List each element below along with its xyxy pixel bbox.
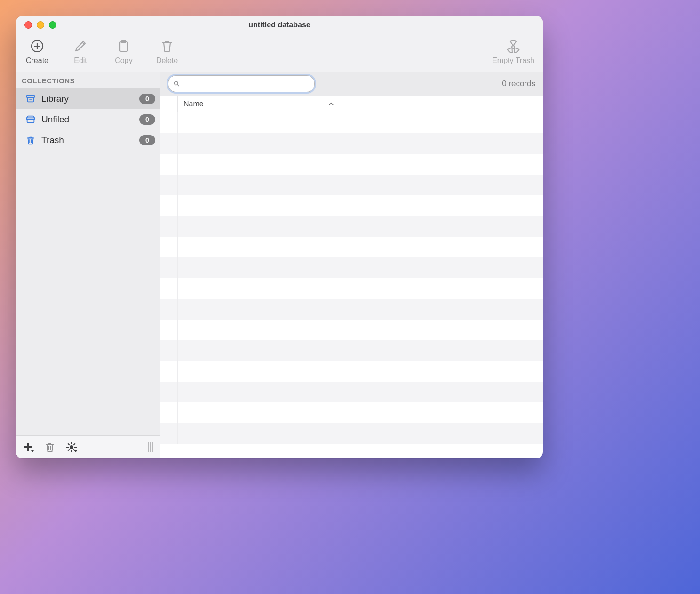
sidebar-item-library[interactable]: Library 0 — [16, 88, 160, 109]
sidebar-item-label: Unfiled — [41, 114, 134, 125]
table-row[interactable] — [160, 175, 543, 195]
edit-button-label: Edit — [74, 56, 87, 65]
table-row[interactable] — [160, 195, 543, 216]
empty-trash-button-label: Empty Trash — [492, 56, 534, 65]
sidebar-footer — [16, 435, 160, 458]
sidebar-header: COLLECTIONS — [16, 72, 160, 88]
sidebar-resize-handle[interactable] — [148, 442, 153, 452]
delete-collection-button[interactable] — [44, 441, 56, 453]
table-gutter-header — [160, 96, 178, 112]
svg-rect-23 — [66, 447, 69, 448]
search-icon — [173, 80, 180, 88]
svg-marker-29 — [74, 450, 77, 452]
sidebar-item-count: 0 — [139, 135, 155, 145]
table-row[interactable] — [160, 257, 543, 278]
table-row[interactable] — [160, 340, 543, 361]
toolbar: Create Edit Copy Delete — [16, 34, 543, 72]
svg-rect-21 — [71, 442, 72, 444]
search-field[interactable] — [168, 75, 315, 92]
svg-rect-22 — [71, 450, 72, 452]
table-body[interactable] — [160, 112, 543, 458]
pencil-icon — [73, 39, 88, 54]
app-window: untitled database Create Edit — [16, 16, 543, 458]
copy-button[interactable]: Copy — [111, 39, 136, 65]
svg-rect-15 — [24, 446, 32, 448]
edit-button[interactable]: Edit — [68, 39, 93, 65]
table-header: Name — [160, 96, 543, 112]
svg-rect-27 — [68, 443, 70, 446]
add-collection-button[interactable] — [23, 441, 34, 453]
window-controls — [24, 21, 56, 29]
table-row[interactable] — [160, 299, 543, 320]
clipboard-icon — [116, 39, 131, 54]
svg-rect-26 — [68, 449, 70, 451]
inbox-icon — [25, 114, 36, 125]
zoom-window-button[interactable] — [49, 21, 56, 29]
column-header-spacer — [340, 96, 543, 112]
create-button-label: Create — [26, 56, 48, 65]
empty-trash-button[interactable]: Empty Trash — [492, 39, 534, 65]
search-bar: 0 records — [160, 72, 543, 96]
svg-rect-24 — [74, 447, 77, 448]
column-header-label: Name — [183, 100, 204, 108]
trash-icon — [159, 39, 175, 54]
table-row[interactable] — [160, 237, 543, 257]
record-count-label: 0 records — [502, 79, 535, 88]
sidebar-item-trash[interactable]: Trash 0 — [16, 130, 160, 151]
table-row[interactable] — [160, 423, 543, 444]
svg-line-31 — [177, 85, 179, 86]
svg-point-30 — [175, 81, 178, 85]
delete-button-label: Delete — [156, 56, 178, 65]
window-body: COLLECTIONS Library 0 — [16, 72, 543, 458]
table-row[interactable] — [160, 320, 543, 340]
sidebar: COLLECTIONS Library 0 — [16, 72, 160, 458]
svg-point-20 — [70, 445, 73, 449]
sidebar-item-label: Trash — [41, 135, 134, 145]
minimize-window-button[interactable] — [37, 21, 44, 29]
column-header-name[interactable]: Name — [178, 96, 340, 112]
sidebar-item-unfiled[interactable]: Unfiled 0 — [16, 109, 160, 130]
table-row[interactable] — [160, 133, 543, 154]
table-row[interactable] — [160, 361, 543, 382]
sidebar-item-count: 0 — [139, 94, 155, 104]
radioactive-icon — [506, 39, 521, 54]
create-button[interactable]: Create — [24, 39, 50, 65]
archive-icon — [25, 94, 36, 104]
search-input[interactable] — [168, 76, 314, 92]
sidebar-list: Library 0 Unfiled 0 — [16, 88, 160, 435]
table-row[interactable] — [160, 154, 543, 175]
close-window-button[interactable] — [24, 21, 32, 29]
table-row[interactable] — [160, 402, 543, 423]
svg-marker-16 — [31, 450, 34, 452]
trash-icon — [25, 135, 36, 145]
table-row[interactable] — [160, 216, 543, 237]
delete-button[interactable]: Delete — [154, 39, 180, 65]
settings-button[interactable] — [66, 441, 77, 453]
copy-button-label: Copy — [115, 56, 132, 65]
svg-rect-25 — [73, 443, 76, 446]
titlebar: untitled database — [16, 16, 543, 34]
table-row[interactable] — [160, 278, 543, 299]
sidebar-item-count: 0 — [139, 114, 155, 125]
table-row[interactable] — [160, 112, 543, 133]
content-area: 0 records Name — [160, 72, 543, 458]
sidebar-item-label: Library — [41, 94, 134, 104]
window-title: untitled database — [16, 21, 543, 29]
svg-rect-8 — [27, 96, 35, 98]
table-row[interactable] — [160, 382, 543, 402]
sort-asc-icon — [328, 101, 334, 107]
plus-circle-icon — [30, 39, 45, 54]
